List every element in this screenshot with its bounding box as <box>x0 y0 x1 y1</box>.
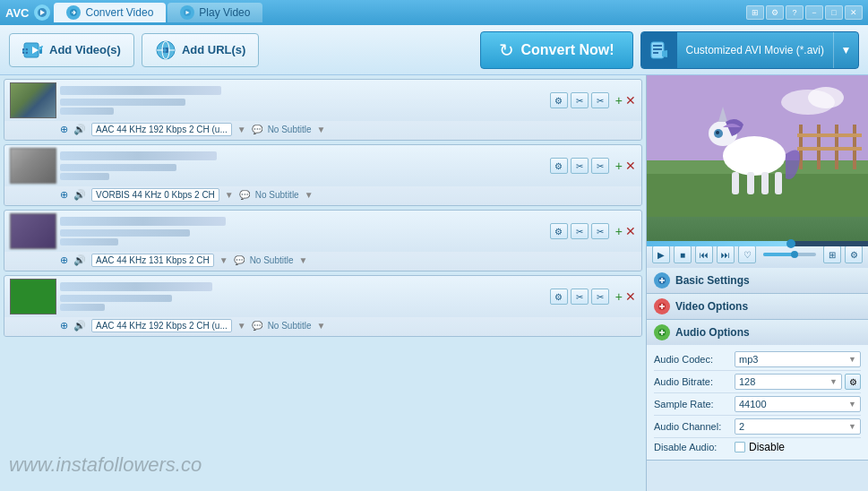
file-edit-btn[interactable]: ⚙ <box>550 223 568 239</box>
file-cut-btn[interactable]: ✂ <box>571 289 589 305</box>
fullscreen-btn[interactable]: ⊞ <box>823 246 841 263</box>
add-video-label: Add Video(s) <box>49 43 121 56</box>
video-options-header[interactable]: Video Options <box>647 294 868 319</box>
file-edit-btn[interactable]: ⚙ <box>550 289 568 305</box>
convert-tab-icon <box>66 5 81 20</box>
maximize-btn[interactable]: □ <box>825 5 843 20</box>
basic-settings-header[interactable]: Basic Settings <box>647 268 868 293</box>
file-add-btn[interactable]: + <box>615 93 623 108</box>
audio-channel-label: Audio Channel: <box>654 421 735 432</box>
file-cut-btn[interactable]: ✂ <box>571 92 589 108</box>
file-edit-btn[interactable]: ⚙ <box>550 158 568 174</box>
file-name <box>60 86 221 95</box>
file-thumbnail <box>10 148 56 184</box>
audio-dropdown[interactable]: ▼ <box>225 190 234 200</box>
svg-rect-43 <box>747 172 754 194</box>
tab-convert[interactable]: Convert Video <box>54 3 166 22</box>
file-meta <box>60 295 172 302</box>
convert-now-button[interactable]: ↻ Convert Now! <box>480 31 633 69</box>
monitor-btn[interactable]: ⊞ <box>746 5 764 20</box>
subtitle-info: No Subtitle <box>268 125 312 134</box>
audio-channel-select[interactable]: 2 ▼ <box>735 418 861 435</box>
tab-convert-label: Convert Video <box>85 6 153 19</box>
subtitle-icon: 💬 <box>252 321 262 331</box>
disable-audio-label: Disable Audio: <box>654 442 735 452</box>
sample-rate-text: 44100 <box>739 399 767 409</box>
toolbar: Add Video(s) Add URL(s) ↻ Convert Now! <box>0 25 868 75</box>
help-btn[interactable]: ? <box>786 5 804 20</box>
file-add-btn[interactable]: + <box>615 224 623 238</box>
video-progress-bar[interactable] <box>647 241 868 246</box>
format-dropdown-arrow[interactable]: ▼ <box>833 31 858 69</box>
speaker-icon: 🔊 <box>73 320 86 332</box>
audio-dropdown[interactable]: ▼ <box>219 255 228 265</box>
file-clip-btn[interactable]: ✂ <box>591 92 609 108</box>
svg-rect-45 <box>775 172 782 194</box>
codec-dropdown-arrow: ▼ <box>848 355 856 364</box>
file-edit-btn[interactable]: ⚙ <box>550 92 568 108</box>
window-controls: ⊞ ⚙ ? − □ ✕ <box>746 5 863 20</box>
svg-rect-35 <box>797 147 862 151</box>
sample-rate-value: 44100 ▼ <box>735 396 861 412</box>
subtitle-dropdown[interactable]: ▼ <box>317 125 326 134</box>
file-thumbnail <box>10 279 56 314</box>
audio-bitrate-gear[interactable]: ⚙ <box>845 374 861 390</box>
add-video-button[interactable]: Add Video(s) <box>9 33 134 67</box>
file-name <box>60 282 212 291</box>
file-clip-btn[interactable]: ✂ <box>591 289 609 305</box>
title-bar: AVC Convert Video Play Video ⊞ ⚙ ? − □ ✕ <box>0 0 868 25</box>
file-remove-btn[interactable]: ✕ <box>625 159 636 173</box>
audio-dropdown[interactable]: ▼ <box>237 125 246 134</box>
audio-info: VORBIS 44 KHz 0 Kbps 2 CH <box>91 188 219 202</box>
volume-slider[interactable] <box>763 253 816 256</box>
play-button[interactable]: ▶ <box>652 246 670 263</box>
subtitle-info: No Subtitle <box>268 321 312 331</box>
speaker-icon: 🔊 <box>73 189 86 201</box>
file-info <box>60 282 546 311</box>
list-item: ⚙ ✂ ✂ + ✕ ⊕ 🔊 AAC 44 KHz 131 Kbps 2 CH ▼… <box>4 210 642 271</box>
tab-play[interactable]: Play Video <box>168 3 262 22</box>
file-add-btn[interactable]: + <box>615 289 623 304</box>
audio-bitrate-row: Audio Bitrate: 128 ▼ ⚙ <box>654 371 861 393</box>
audio-channel-row: Audio Channel: 2 ▼ <box>654 416 861 438</box>
file-cut-btn[interactable]: ✂ <box>571 223 589 239</box>
add-url-icon <box>155 39 176 61</box>
sample-rate-select[interactable]: 44100 ▼ <box>735 396 861 412</box>
stop-button[interactable]: ■ <box>674 246 692 263</box>
sample-rate-dropdown-arrow: ▼ <box>848 400 856 409</box>
disable-audio-checkbox[interactable] <box>735 442 745 452</box>
file-remove-btn[interactable]: ✕ <box>625 289 636 304</box>
channel-dropdown-arrow: ▼ <box>848 422 856 431</box>
minimize-btn[interactable]: − <box>805 5 823 20</box>
prev-frame-btn[interactable]: ⏮ <box>695 246 713 263</box>
subtitle-icon: 💬 <box>239 190 250 200</box>
bitrate-dropdown-arrow: ▼ <box>829 377 838 386</box>
file-add-btn[interactable]: + <box>615 159 623 173</box>
audio-bitrate-select[interactable]: 128 ▼ <box>735 374 842 390</box>
settings-btn[interactable]: ⚙ <box>845 246 863 263</box>
audio-dropdown[interactable]: ▼ <box>237 321 246 331</box>
next-frame-btn[interactable]: ⏭ <box>717 246 735 263</box>
audio-bitrate-text: 128 <box>739 376 755 387</box>
file-clip-btn[interactable]: ✂ <box>591 223 609 239</box>
add-url-button[interactable]: Add URL(s) <box>142 33 260 67</box>
subtitle-dropdown[interactable]: ▼ <box>299 255 308 265</box>
subtitle-dropdown[interactable]: ▼ <box>317 321 326 331</box>
add-video-icon <box>22 39 44 61</box>
file-clip-btn[interactable]: ✂ <box>591 158 609 174</box>
audio-codec-select[interactable]: mp3 ▼ <box>735 351 861 367</box>
close-btn[interactable]: ✕ <box>845 5 863 20</box>
file-actions: ⚙ ✂ ✂ + ✕ <box>550 289 636 305</box>
screenshot-btn[interactable]: ♡ <box>738 246 756 263</box>
settings-btn[interactable]: ⚙ <box>766 5 784 20</box>
file-cut-btn[interactable]: ✂ <box>571 158 589 174</box>
subtitle-dropdown[interactable]: ▼ <box>305 190 314 200</box>
audio-info: AAC 44 KHz 131 Kbps 2 CH <box>91 254 214 267</box>
file-size <box>60 108 114 115</box>
video-preview <box>647 75 868 241</box>
format-selector[interactable]: Customized AVI Movie (*.avi) ▼ <box>640 31 860 69</box>
audio-options-header[interactable]: Audio Options <box>647 320 868 345</box>
file-remove-btn[interactable]: ✕ <box>625 93 636 108</box>
file-remove-btn[interactable]: ✕ <box>625 224 636 238</box>
sample-rate-row: Sample Rate: 44100 ▼ <box>654 393 861 416</box>
